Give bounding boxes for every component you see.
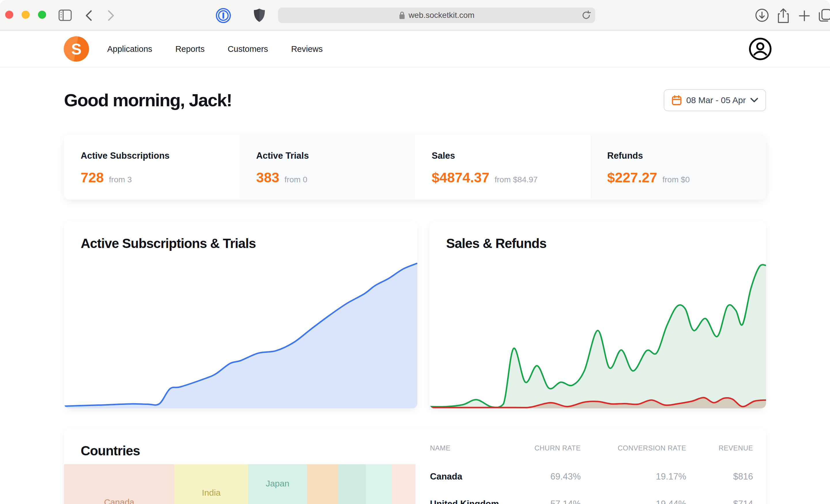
stat-title: Refunds xyxy=(607,150,766,161)
back-icon[interactable] xyxy=(85,10,93,21)
nav-link-customers[interactable]: Customers xyxy=(228,44,268,54)
logo-letter: S xyxy=(71,40,82,58)
stat-title: Active Trials xyxy=(256,150,415,161)
treemap-label: Japan xyxy=(248,479,307,489)
cell-name: United Kingdom xyxy=(430,499,516,504)
treemap-cell-india[interactable]: India xyxy=(174,464,248,504)
countries-table-header: NAME CHURN RATE CONVERSION RATE REVENUE xyxy=(430,444,753,452)
forward-icon[interactable] xyxy=(107,10,115,21)
stat-from: from 0 xyxy=(284,175,307,184)
tab-overview-icon[interactable] xyxy=(818,8,830,23)
onepassword-extension-icon[interactable] xyxy=(216,8,231,23)
nav-links: Applications Reports Customers Reviews xyxy=(107,44,323,54)
treemap-cell[interactable] xyxy=(338,464,366,504)
col-header-churn-rate: CHURN RATE xyxy=(516,444,581,452)
sidebar-toggle-icon[interactable] xyxy=(58,9,72,21)
nav-link-reviews[interactable]: Reviews xyxy=(291,44,323,54)
treemap-label: Canada xyxy=(64,497,174,504)
cell-conversion-rate: 19.17% xyxy=(581,471,686,482)
treemap-label: India xyxy=(174,488,248,498)
calendar-icon xyxy=(672,95,681,105)
date-range-button[interactable]: 08 Mar - 05 Apr xyxy=(664,89,766,111)
shield-extension-icon[interactable] xyxy=(253,8,266,23)
nav-link-applications[interactable]: Applications xyxy=(107,44,152,54)
cell-revenue: $816 xyxy=(686,471,753,482)
site-navbar: S Applications Reports Customers Reviews xyxy=(0,31,830,67)
browser-toolbar: web.socketkit.com xyxy=(0,0,830,31)
col-header-revenue: REVENUE xyxy=(686,444,753,452)
treemap-cell[interactable] xyxy=(307,464,338,504)
subscriptions-trials-chart-card: Active Subscriptions & Trials xyxy=(64,222,417,408)
stat-title: Sales xyxy=(432,150,590,161)
stats-strip: Active Subscriptions 728from 3 Active Tr… xyxy=(64,134,766,200)
stat-value: $4874.37 xyxy=(432,170,489,186)
stat-card-active-subscriptions: Active Subscriptions 728from 3 xyxy=(64,134,240,200)
stat-from: from 3 xyxy=(109,175,132,184)
cell-conversion-rate: 19.44% xyxy=(581,499,686,504)
browser-window: web.socketkit.com S Applications Reports… xyxy=(0,0,830,504)
sales-refunds-chart-card: Sales & Refunds xyxy=(429,222,766,408)
share-icon[interactable] xyxy=(776,8,790,24)
table-row[interactable]: Canada 69.43% 19.17% $816 xyxy=(430,471,753,482)
countries-treemap: Canada India Japan xyxy=(64,464,416,504)
chart-title: Sales & Refunds xyxy=(446,236,546,251)
chart-title: Active Subscriptions & Trials xyxy=(81,236,256,251)
cell-churn-rate: 57.14% xyxy=(516,499,581,504)
nav-link-reports[interactable]: Reports xyxy=(175,44,204,54)
countries-card: Countries Canada India Japan NAME CHURN … xyxy=(64,429,766,504)
page-title: Good morning, Jack! xyxy=(64,90,232,110)
traffic-light-minimize[interactable] xyxy=(22,11,30,19)
cell-churn-rate: 69.43% xyxy=(516,471,581,482)
treemap-cell-canada[interactable]: Canada xyxy=(64,464,174,504)
stat-value: $227.27 xyxy=(607,170,658,186)
socketkit-logo[interactable]: S xyxy=(64,36,89,62)
traffic-light-zoom[interactable] xyxy=(38,11,46,19)
stat-card-refunds: Refunds $227.27from $0 xyxy=(590,134,766,200)
treemap-cell[interactable] xyxy=(366,464,392,504)
stat-card-active-trials: Active Trials 383from 0 xyxy=(240,134,415,200)
refresh-icon[interactable] xyxy=(581,10,591,21)
user-avatar-icon[interactable] xyxy=(748,37,772,61)
stat-card-sales: Sales $4874.37from $84.97 xyxy=(415,134,590,200)
active subscriptions-area xyxy=(64,263,417,408)
stat-value: 383 xyxy=(256,170,279,186)
stat-value: 728 xyxy=(81,170,104,186)
date-range-label: 08 Mar - 05 Apr xyxy=(686,95,746,105)
sales-refunds-area-chart xyxy=(429,259,766,408)
new-tab-icon[interactable] xyxy=(799,10,810,21)
lock-icon xyxy=(399,11,405,20)
table-row[interactable]: United Kingdom 57.14% 19.44% $714 xyxy=(430,499,753,504)
page-content: Good morning, Jack! 08 Mar - 05 Apr Acti… xyxy=(0,67,830,504)
cell-revenue: $714 xyxy=(686,499,753,504)
treemap-cell-japan[interactable]: Japan xyxy=(248,464,307,504)
traffic-light-close[interactable] xyxy=(5,11,13,19)
chevron-down-icon xyxy=(751,98,758,103)
subscriptions-area-chart xyxy=(64,259,417,408)
stat-from: from $84.97 xyxy=(494,175,538,184)
countries-title: Countries xyxy=(81,443,140,459)
treemap-cell[interactable] xyxy=(392,464,416,504)
stat-title: Active Subscriptions xyxy=(81,150,240,161)
download-icon[interactable] xyxy=(755,8,769,23)
cell-name: Canada xyxy=(430,471,516,482)
url-text: web.socketkit.com xyxy=(409,11,475,20)
address-bar[interactable]: web.socketkit.com xyxy=(278,7,595,23)
stat-from: from $0 xyxy=(663,175,690,184)
col-header-conversion-rate: CONVERSION RATE xyxy=(581,444,686,452)
col-header-name: NAME xyxy=(430,444,516,452)
